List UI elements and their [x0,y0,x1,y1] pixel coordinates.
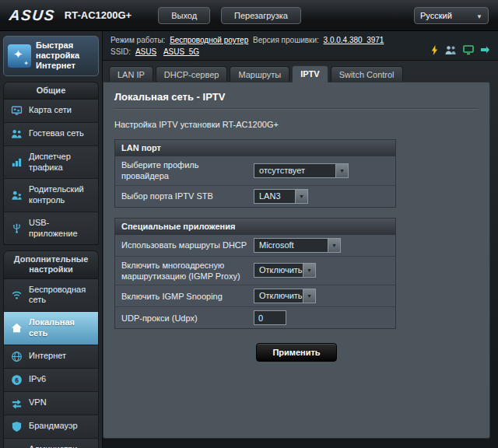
firewall-icon [10,421,23,432]
clients-icon[interactable] [445,45,457,55]
parental-control-icon [10,190,23,201]
usb-device-icon[interactable] [480,45,490,55]
sidebar-item-firewall[interactable]: Брандмауэр [4,415,98,439]
sidebar-item-label: Локальная сеть [29,317,95,339]
quick-setup-button[interactable]: Быстрая настройка Интернет [3,36,99,76]
status-icons [430,45,490,55]
sidebar-group-advanced: Дополнительные настройки Беспроводная се… [3,250,99,448]
guest-network-icon [10,128,23,140]
special-applications-table: Специальные приложения Использовать марш… [114,218,396,330]
router-model: RT-AC1200G+ [65,9,132,21]
quick-setup-label: Быстрая настройка Интернет [36,40,94,72]
ssid-24-link[interactable]: ASUS [135,47,156,56]
sidebar-item-lan[interactable]: Локальная сеть [4,312,98,345]
tab-lan-ip[interactable]: LAN IP [109,66,153,82]
logout-button[interactable]: Выход [158,7,210,24]
ssid-5-link[interactable]: ASUS_5G [163,47,199,56]
asus-logo: ASUS [9,7,56,24]
row-label: Включить многоадресную маршрутизацию (IG… [121,260,254,282]
chevron-down-icon [328,239,340,252]
top-bar: ASUS RT-AC1200G+ Выход Перезагрузка Русс… [0,0,498,31]
notification-icon[interactable] [430,45,439,55]
traffic-manager-icon [10,156,23,168]
internet-icon [10,351,23,362]
svg-text:6: 6 [15,376,19,383]
mode-link[interactable]: Беспроводной роутер [170,36,248,44]
apply-button[interactable]: Применить [256,343,336,362]
row-label: Включить IGMP Snooping [121,291,254,302]
select-value: отсутствует [254,164,335,177]
sidebar-item-label: Беспроводная сеть [29,285,95,306]
wan-connected-icon[interactable] [463,45,474,55]
sidebar-group-general: Общие Карта сети Гостевая сеть Диспетчер… [3,82,99,246]
sidebar-item-label: Гостевая сеть [29,128,84,139]
table-row: UDP-прокси (Udpx) [115,307,395,328]
wireless-icon [10,289,23,301]
select-value: Microsoft [254,239,328,252]
mode-label: Режим работы: [110,36,165,44]
table-row: Включить IGMP Snooping Отключить [115,285,395,307]
table-row: Выбор порта IPTV STB LAN3 [115,186,395,207]
tab-switch-control[interactable]: Switch Control [331,66,403,82]
sidebar-section-title: Дополнительные настройки [4,251,98,278]
reboot-button[interactable]: Перезагрузка [221,7,301,24]
sidebar-item-label: Брандмауэр [29,421,78,432]
sidebar-item-label: IPv6 [29,374,46,385]
sidebar-item-label: USB-приложение [29,218,95,240]
lan-port-table: LAN порт Выберите профиль провайдера отс… [114,139,396,208]
tab-routes[interactable]: Маршруты [230,66,289,82]
select-value: Отключить [254,289,303,303]
sidebar-item-administration[interactable]: Администри-рование [4,439,98,448]
sidebar-item-label: Администри-рование [29,444,95,448]
igmp-proxy-select[interactable]: Отключить [254,263,316,278]
row-label: UDP-прокси (Udpx) [121,313,254,324]
sidebar-section-title: Общие [4,82,98,100]
tab-iptv[interactable]: IPTV [292,65,328,82]
usb-app-icon [10,222,23,234]
chevron-down-icon [295,190,307,203]
sidebar-item-guest-network[interactable]: Гостевая сеть [4,123,98,146]
sidebar-item-label: VPN [29,397,47,408]
iptv-stb-port-select[interactable]: LAN3 [254,189,308,204]
select-value: LAN3 [254,190,295,203]
udp-proxy-input[interactable] [254,310,286,325]
sidebar-item-traffic-manager[interactable]: Диспетчер трафика [4,146,98,180]
router-admin-app: ASUS RT-AC1200G+ Выход Перезагрузка Русс… [0,0,498,448]
tab-bar: LAN IP DHCP-сервер Маршруты IPTV Switch … [103,61,498,82]
igmp-snooping-select[interactable]: Отключить [254,289,316,303]
sidebar-item-internet[interactable]: Интернет [4,345,98,369]
network-map-icon [10,105,23,117]
lan-icon [10,322,23,334]
section-header: Специальные приложения [115,219,395,235]
language-select[interactable]: Русский [414,7,489,24]
sidebar-item-wireless[interactable]: Беспроводная сеть [4,279,98,313]
chevron-down-icon [303,264,315,277]
sidebar-item-label: Родительский контроль [29,184,95,206]
table-row: Использовать маршруты DHCP Microsoft [115,235,395,257]
language-value: Русский [420,11,452,20]
sidebar-item-label: Карта сети [29,105,72,116]
firmware-link[interactable]: 3.0.0.4.380_3971 [324,36,384,44]
chevron-down-icon [476,11,482,20]
main-wrap: Быстрая настройка Интернет Общие Карта с… [0,31,498,448]
content-panel: Локальная сеть - IPTV Настройка IPTV уст… [103,82,490,439]
mode-firmware-line: Режим работы: Беспроводной роутер Версия… [110,34,490,46]
sidebar-item-parental-control[interactable]: Родительский контроль [4,179,98,212]
chevron-down-icon [303,289,315,303]
sidebar-item-label: Интернет [29,351,66,362]
select-value: Отключить [254,264,303,277]
magic-wand-icon [8,44,31,68]
sidebar-item-usb-app[interactable]: USB-приложение [4,212,98,245]
chevron-down-icon [335,164,348,177]
dhcp-routes-select[interactable]: Microsoft [254,238,341,253]
ssid-label: SSID: [110,47,131,56]
tab-dhcp-server[interactable]: DHCP-сервер [156,66,228,82]
row-label: Выбор порта IPTV STB [121,191,254,201]
sidebar-item-vpn[interactable]: VPN [4,392,98,415]
provider-profile-select[interactable]: отсутствует [254,163,349,178]
sidebar-item-network-map[interactable]: Карта сети [4,100,98,123]
row-label: Использовать маршруты DHCP [121,240,254,250]
section-header: LAN порт [115,140,395,156]
row-label: Выберите профиль провайдера [121,159,254,182]
sidebar-item-ipv6[interactable]: 6 IPv6 [4,369,98,392]
